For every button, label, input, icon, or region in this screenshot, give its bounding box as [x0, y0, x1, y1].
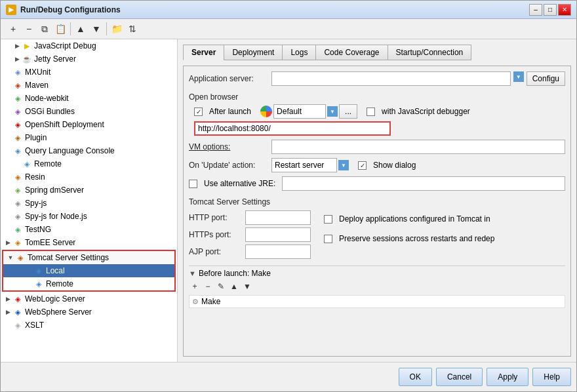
tomee-icon: ◈ [12, 237, 23, 248]
vm-options-input[interactable] [271, 140, 565, 154]
tab-server[interactable]: Server [183, 45, 224, 60]
expand-icon [3, 146, 12, 155]
tree-item-ql-console[interactable]: ◈ Query Language Console [1, 144, 177, 157]
add-configuration-button[interactable]: + [6, 22, 20, 36]
bl-edit-button[interactable]: ✎ [215, 281, 227, 292]
move-down-button[interactable]: ▼ [89, 22, 104, 36]
expand-icon [24, 279, 33, 288]
tab-deployment[interactable]: Deployment [224, 45, 282, 60]
tomcat-ports-container: HTTP port: HTTPs port: AJP port: [189, 210, 565, 259]
tree-item-label: Remote [34, 159, 62, 168]
tree-item-spy-node[interactable]: ◈ Spy-js for Node.js [1, 210, 177, 223]
tree-item-label: WebSphere Server [25, 307, 92, 317]
tomcat-settings-section: Tomcat Server Settings HTTP port: HTTPs … [189, 197, 565, 259]
tree-item-tomcat[interactable]: ▼ ◈ Tomcat Server Settings [3, 251, 174, 264]
preserve-sessions-label: Preserve sessions across restarts and re… [339, 234, 494, 243]
tree-item-ql-remote[interactable]: ◈ Remote [1, 157, 177, 170]
tree-item-resin[interactable]: ◈ Resin [1, 170, 177, 184]
spy-js-icon: ◈ [12, 198, 23, 208]
tree-item-maven[interactable]: ◈ Maven [1, 79, 177, 92]
after-launch-checkbox[interactable] [194, 108, 203, 116]
tree-item-node-webkit[interactable]: ◈ Node-webkit [1, 92, 177, 105]
paste-configuration-button[interactable]: 📋 [53, 22, 68, 36]
app-server-label: Application server: [189, 74, 268, 83]
tree-item-plugin[interactable]: ◈ Plugin [1, 131, 177, 144]
tree-item-xslt[interactable]: ◈ XSLT [1, 319, 177, 332]
minimize-button[interactable]: – [529, 4, 542, 16]
tree-item-label: TomEE Server [25, 238, 75, 247]
tree-item-testng[interactable]: ◈ TestNG [1, 223, 177, 236]
browser-dropdown-arrow[interactable]: ▼ [327, 106, 338, 117]
make-item: ⚙ Make [189, 295, 565, 308]
bl-add-button[interactable]: + [189, 281, 201, 292]
tree-item-spy-js[interactable]: ◈ Spy-js [1, 197, 177, 210]
browser-options-button[interactable]: ... [339, 104, 357, 119]
tab-startup-connection[interactable]: Startup/Connection [388, 45, 472, 60]
tab-logs[interactable]: Logs [282, 45, 315, 60]
tree-item-label: Local [46, 266, 65, 275]
ajp-port-label: AJP port: [189, 247, 241, 256]
jetty-icon: ☕ [22, 54, 32, 64]
tree-item-label: XSLT [25, 321, 44, 330]
js-debugger-checkbox[interactable] [367, 108, 375, 116]
cancel-button[interactable]: Cancel [436, 368, 483, 386]
openshift-icon: ◈ [12, 119, 23, 130]
close-button[interactable]: ✕ [558, 4, 571, 16]
on-update-value: Restart server [271, 158, 337, 172]
ql-remote-icon: ◈ [22, 159, 32, 169]
expand-icon [3, 212, 12, 221]
bl-down-button[interactable]: ▼ [241, 281, 253, 292]
deploy-apps-checkbox[interactable] [324, 215, 332, 224]
on-update-dropdown[interactable]: ▼ [338, 160, 349, 170]
tree-item-label: Spy-js [25, 199, 47, 208]
maximize-button[interactable]: □ [544, 4, 557, 16]
tree-item-tomcat-local[interactable]: ◈ Local [3, 264, 174, 277]
app-server-dropdown-arrow[interactable]: ▼ [513, 71, 524, 82]
copy-configuration-button[interactable]: ⧉ [37, 22, 52, 36]
open-browser-section: Open browser After launch Default ▼ ... … [189, 90, 565, 136]
preserve-sessions-checkbox[interactable] [324, 235, 332, 243]
tab-code-coverage[interactable]: Code Coverage [315, 45, 387, 60]
tree-item-tomee[interactable]: ▶ ◈ TomEE Server [1, 236, 177, 249]
alt-jre-input[interactable] [282, 176, 565, 191]
expand-icon [24, 266, 33, 275]
sort-button[interactable]: ⇅ [125, 22, 140, 36]
dialog-buttons: OK Cancel Apply Help [399, 368, 571, 386]
show-dialog-checkbox[interactable] [358, 161, 367, 170]
tree-item-js-debug[interactable]: ▶ ▶ JavaScript Debug [1, 39, 177, 52]
bl-remove-button[interactable]: − [202, 281, 214, 292]
apply-button[interactable]: Apply [487, 368, 528, 386]
tree-item-weblogic[interactable]: ▶ ◈ WebLogic Server [1, 292, 177, 305]
move-up-button[interactable]: ▲ [73, 22, 88, 36]
ajp-port-input[interactable] [245, 245, 311, 259]
before-launch-section: ▼ Before launch: Make + − ✎ ▲ ▼ ⚙ Make [189, 265, 565, 308]
configure-button[interactable]: Configu [527, 71, 565, 86]
remove-configuration-button[interactable]: − [22, 22, 36, 36]
tree-item-osgi[interactable]: ◈ OSGi Bundles [1, 105, 177, 118]
tree-item-spring[interactable]: ◈ Spring dmServer [1, 184, 177, 197]
tree-item-mxunit[interactable]: ◈ MXUnit [1, 66, 177, 79]
alt-jre-checkbox[interactable] [189, 180, 197, 188]
app-icon: ▶ [6, 5, 16, 15]
bl-up-button[interactable]: ▲ [228, 281, 240, 292]
toolbar: + − ⧉ 📋 ▲ ▼ 📁 ⇅ [1, 19, 576, 39]
ok-button[interactable]: OK [399, 368, 432, 386]
before-launch-toolbar: + − ✎ ▲ ▼ [189, 281, 565, 292]
url-input[interactable] [194, 121, 391, 136]
expand-icon [3, 199, 12, 208]
weblogic-icon: ◈ [12, 294, 23, 304]
tree-item-tomcat-remote[interactable]: ◈ Remote [3, 277, 174, 290]
tree-item-jetty[interactable]: ▶ ☕ Jetty Server [1, 52, 177, 66]
configuration-tabs: Server Deployment Logs Code Coverage Sta… [183, 45, 571, 60]
http-port-input[interactable] [245, 210, 311, 225]
tree-item-openshift[interactable]: ◈ OpenShift Deployment [1, 118, 177, 131]
new-folder-button[interactable]: 📁 [109, 22, 124, 36]
app-server-row: Application server: ▼ Configu [189, 71, 565, 86]
tree-item-websphere[interactable]: ▶ ◈ WebSphere Server [1, 305, 177, 319]
https-port-input[interactable] [245, 227, 311, 242]
dialog-buttons-bar: OK Cancel Apply Help [1, 362, 576, 391]
help-button[interactable]: Help [532, 368, 571, 386]
tree-item-label: Remote [46, 279, 73, 288]
after-launch-label: After launch [209, 107, 251, 116]
osgi-icon: ◈ [12, 106, 23, 117]
